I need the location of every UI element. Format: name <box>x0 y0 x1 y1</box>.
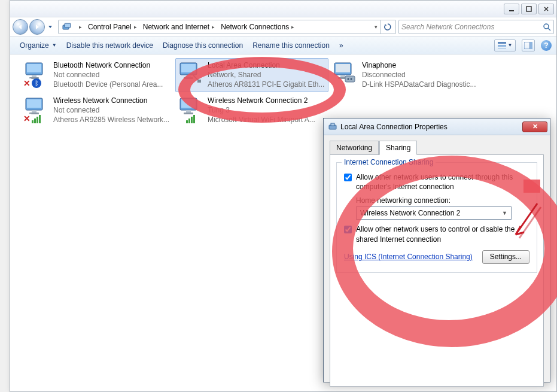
forward-button[interactable] <box>29 19 45 35</box>
nav-arrows <box>13 19 54 35</box>
modem-icon <box>332 60 358 87</box>
svg-rect-17 <box>184 77 193 79</box>
svg-rect-12 <box>32 75 36 77</box>
address-bar-row: ▸ Control Panel▸ Network and Internet▸ N… <box>10 17 556 37</box>
svg-rect-6 <box>498 45 506 47</box>
monitor-icon <box>178 96 204 122</box>
connections-folder-icon <box>62 22 72 32</box>
connection-title: Vinaphone <box>362 60 476 70</box>
connection-status: Tung 3 <box>208 105 315 115</box>
ics-legend: Internet Connection Sharing <box>342 158 436 166</box>
connection-item-wifi[interactable]: ✕ Wireless Network Connection Not connec… <box>21 93 174 127</box>
signal-bars-icon <box>186 115 195 123</box>
search-icon <box>543 23 551 31</box>
home-connection-value: Wireless Network Connection 2 <box>360 209 460 217</box>
signal-bars-icon <box>32 115 41 123</box>
connection-device: Microsoft Virtual WiFi Miniport A... <box>208 115 315 124</box>
svg-rect-32 <box>186 110 191 113</box>
connection-item-bluetooth[interactable]: ✕ ᛒ Bluetooth Network Connection Not con… <box>21 58 174 92</box>
connection-item-lan[interactable]: Local Area Connection Network, Shared At… <box>175 58 328 92</box>
svg-rect-7 <box>498 48 506 49</box>
tabs: Networking Sharing <box>324 135 550 154</box>
tab-panel-sharing: Internet Connection Sharing Allow other … <box>330 154 544 387</box>
svg-rect-28 <box>32 110 36 113</box>
connection-device: Atheros AR9285 Wireless Network... <box>53 115 169 124</box>
preview-pane-button[interactable] <box>522 39 535 51</box>
connection-device: D-Link HSPADataCard Diagnostic... <box>362 80 476 89</box>
view-mode-button[interactable]: ▼ <box>494 39 516 51</box>
allow-connect-checkbox[interactable] <box>344 174 352 181</box>
ics-link[interactable]: Using ICS (Internet Connection Sharing) <box>344 253 473 261</box>
svg-rect-15 <box>181 64 196 72</box>
connection-item-wifi2[interactable]: Wireless Network Connection 2 Tung 3 Mic… <box>175 93 328 127</box>
svg-rect-3 <box>65 23 71 28</box>
address-dropdown-icon[interactable]: ▾ <box>372 24 380 30</box>
dialog-titlebar[interactable]: Local Area Connection Properties ✕ <box>324 118 550 135</box>
connection-status: Disconnected <box>362 70 476 80</box>
connection-status: Not connected <box>53 70 163 80</box>
svg-rect-5 <box>498 42 506 44</box>
connection-status: Not connected <box>53 105 169 115</box>
toolbar-disable[interactable]: Disable this network device <box>62 39 158 52</box>
svg-rect-23 <box>345 76 355 82</box>
toolbar-organize[interactable]: Organize▼ <box>15 39 62 52</box>
toolbar-diagnose[interactable]: Diagnose this connection <box>158 39 248 52</box>
bc-network-internet[interactable]: Network and Internet▸ <box>141 20 218 34</box>
bluetooth-icon: ᛒ <box>32 78 41 88</box>
bc-control-panel[interactable]: Control Panel▸ <box>86 20 141 34</box>
svg-rect-33 <box>184 113 193 114</box>
breadcrumb[interactable]: ▸ Control Panel▸ Network and Internet▸ N… <box>58 20 396 34</box>
dialog-close-button[interactable]: ✕ <box>522 121 547 132</box>
history-dropdown-icon[interactable] <box>46 21 54 33</box>
minimize-button[interactable] <box>504 4 519 14</box>
help-icon[interactable]: ? <box>541 40 552 51</box>
allow-connect-label: Allow other network users to connect thr… <box>356 172 529 192</box>
tab-networking[interactable]: Networking <box>330 141 379 155</box>
ics-fieldset: Internet Connection Sharing Allow other … <box>336 162 537 273</box>
bc-network-connections[interactable]: Network Connections▸ <box>218 20 298 34</box>
svg-rect-9 <box>530 42 532 49</box>
svg-rect-20 <box>336 64 350 72</box>
svg-point-4 <box>544 24 549 29</box>
toolbar-rename[interactable]: Rename this connection <box>248 39 334 52</box>
svg-rect-21 <box>340 75 345 77</box>
back-button[interactable] <box>13 19 28 35</box>
home-connection-combo[interactable]: Wireless Network Connection 2 ▼ <box>356 206 512 220</box>
toolbar: Organize▼ Disable this network device Di… <box>10 37 556 54</box>
refresh-button[interactable] <box>380 20 394 34</box>
connection-title: Wireless Network Connection <box>53 96 169 105</box>
dialog-title: Local Area Connection Properties <box>340 123 522 131</box>
maximize-button[interactable] <box>521 4 537 14</box>
x-icon: ✕ <box>22 78 32 88</box>
svg-rect-27 <box>27 99 41 108</box>
monitor-icon <box>178 60 204 87</box>
tab-sharing[interactable]: Sharing <box>379 141 417 155</box>
connection-device: Atheros AR8131 PCI-E Gigabit Eth... <box>208 80 324 89</box>
allow-control-checkbox[interactable] <box>344 226 352 233</box>
svg-rect-0 <box>509 10 514 11</box>
svg-point-24 <box>348 78 349 80</box>
svg-rect-11 <box>27 64 41 72</box>
chevron-down-icon: ▼ <box>502 210 507 216</box>
connection-status: Network, Shared <box>208 70 324 80</box>
properties-dialog: Local Area Connection Properties ✕ Netwo… <box>323 118 550 382</box>
svg-rect-1 <box>526 7 531 11</box>
svg-rect-31 <box>181 99 196 108</box>
connection-title: Bluetooth Network Connection <box>53 60 163 70</box>
connection-item-vinaphone[interactable]: Vinaphone Disconnected D-Link HSPADataCa… <box>330 58 483 92</box>
connection-title: Local Area Connection <box>208 60 324 70</box>
svg-point-25 <box>351 78 352 80</box>
svg-rect-16 <box>186 75 191 77</box>
bc-arrow-root[interactable]: ▸ <box>74 20 86 34</box>
home-connection-label: Home networking connection: <box>356 196 529 205</box>
monitor-icon: ✕ <box>23 96 50 122</box>
svg-rect-35 <box>331 123 334 126</box>
close-button[interactable] <box>538 4 554 14</box>
window-titlebar <box>10 1 556 17</box>
settings-button[interactable]: Settings... <box>482 250 529 264</box>
search-input[interactable]: Search Network Connections <box>398 20 554 34</box>
ethernet-icon <box>328 123 337 131</box>
toolbar-overflow[interactable]: » <box>334 39 348 52</box>
x-icon: ✕ <box>22 114 32 123</box>
connection-title: Wireless Network Connection 2 <box>208 96 315 105</box>
